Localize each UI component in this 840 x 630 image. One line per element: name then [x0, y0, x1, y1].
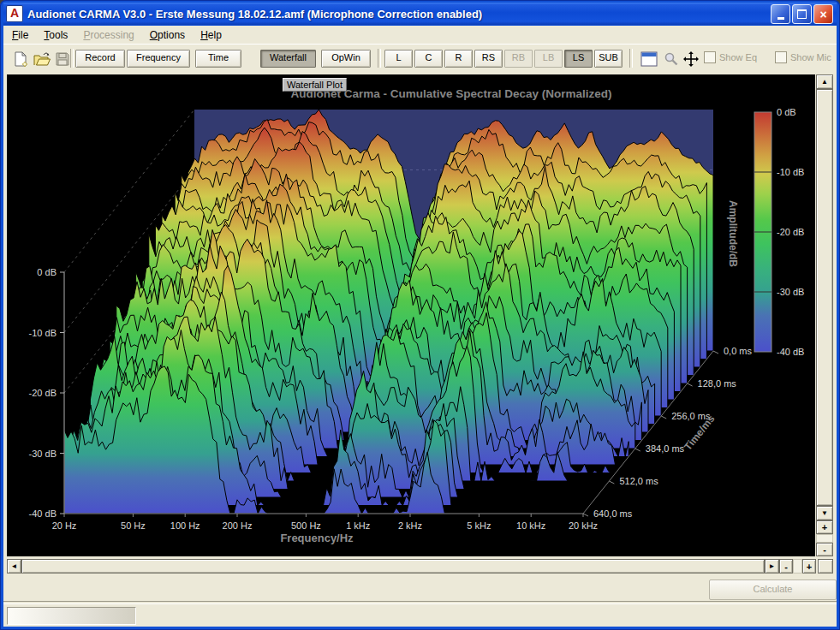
horizontal-scroll-thumb[interactable] — [21, 559, 765, 574]
menu-item-file[interactable]: File — [5, 27, 35, 43]
toolbar: RecordFrequencyTimeWaterfallOpWinLCRRSRB… — [3, 44, 837, 74]
checkbox-box — [704, 51, 716, 63]
time-tick-label: 128,0 ms — [698, 378, 737, 389]
waterfall-chart: 0 dB-10 dB-20 dB-30 dB-40 dB20 Hz50 Hz10… — [7, 74, 815, 556]
amplitude-tick-label: -20 dB — [29, 388, 57, 398]
view-button-record[interactable]: Record — [75, 50, 125, 68]
frequency-tick-label: 100 Hz — [170, 520, 200, 531]
channel-button-ls[interactable]: LS — [564, 50, 593, 68]
channel-button-r[interactable]: R — [444, 50, 473, 68]
checkbox-show-mic: Show Mic — [775, 51, 831, 63]
scroll-up-icon: ▲ — [821, 78, 828, 86]
amplitude-tick-label: -30 dB — [29, 449, 57, 459]
time-tick — [688, 383, 693, 386]
checkbox-box — [775, 51, 787, 63]
status-panel — [7, 607, 136, 625]
scroll-up-button[interactable]: ▲ — [816, 74, 833, 89]
channel-button-rb: RB — [504, 50, 533, 68]
colorbar-tick-label: -20 dB — [777, 227, 804, 237]
minus-icon: - — [823, 544, 826, 555]
plot-tag: Waterfall Plot — [283, 78, 347, 92]
checkbox-label: Show Eq — [719, 52, 757, 62]
title-bar[interactable]: A Audionet CARMA V3.0 - Erste Messung 18… — [3, 3, 837, 25]
channel-button-c[interactable]: C — [414, 50, 443, 68]
channel-button-rs[interactable]: RS — [474, 50, 503, 68]
time-tick-label: 640,0 ms — [593, 508, 633, 519]
amplitude-tick-label: -10 dB — [29, 328, 57, 338]
checkbox-label: Show Mic — [790, 52, 831, 62]
menu-item-tools[interactable]: Tools — [37, 27, 74, 43]
horizontal-scrollbar[interactable]: ◄ ► - + — [7, 559, 816, 574]
scroll-right-button[interactable]: ► — [765, 559, 779, 574]
frequency-tick-label: 20 Hz — [52, 520, 77, 531]
channel-button-lb: LB — [534, 50, 563, 68]
maximize-button[interactable] — [792, 4, 812, 24]
minimize-icon — [777, 17, 784, 20]
zoom-icon — [661, 49, 682, 69]
time-tick-label: 384,0 ms — [646, 443, 685, 454]
time-tick — [661, 416, 666, 419]
frequency-tick-label: 200 Hz — [223, 520, 253, 531]
minus-icon: - — [784, 562, 788, 572]
opwin-window-icon[interactable] — [639, 49, 659, 69]
time-tick — [609, 481, 614, 484]
window-title: Audionet CARMA V3.0 - Erste Messung 18.0… — [27, 8, 482, 21]
time-tick — [713, 351, 718, 354]
view-button-frequency[interactable]: Frequency — [127, 50, 190, 68]
calculate-button: Calculate — [709, 579, 837, 600]
frequency-tick-label: 50 Hz — [121, 520, 146, 531]
app-window: A Audionet CARMA V3.0 - Erste Messung 18… — [0, 0, 840, 630]
view-button-waterfall[interactable]: Waterfall — [260, 50, 316, 68]
view-button-time[interactable]: Time — [195, 50, 241, 68]
frequency-tick-label: 5 kHz — [467, 520, 491, 531]
scroll-left-button[interactable]: ◄ — [7, 559, 21, 574]
menu-bar: FileToolsProcessingOptionsHelp — [3, 26, 837, 44]
vertical-scroll-spacer — [816, 534, 833, 543]
frequency-tick-label: 10 kHz — [516, 520, 545, 531]
zoom-in-horizontal-button[interactable]: + — [802, 559, 816, 574]
frequency-tick-label: 20 kHz — [569, 520, 598, 531]
frequency-tick-label: 2 kHz — [398, 520, 422, 531]
time-tick-label: 512,0 ms — [619, 476, 658, 486]
status-bar — [3, 603, 837, 627]
calculate-panel: Calculate — [3, 575, 837, 601]
maximize-icon — [797, 9, 807, 19]
vertical-scrollbar[interactable]: ▲ ▼ + - — [816, 74, 833, 556]
colorbar-tick-label: -10 dB — [777, 167, 804, 177]
minimize-button[interactable] — [771, 4, 790, 24]
channel-button-l[interactable]: L — [384, 50, 413, 68]
colorbar-tick-label: -30 dB — [777, 287, 804, 297]
new-file-icon[interactable] — [11, 49, 32, 69]
scroll-left-icon: ◄ — [11, 562, 18, 570]
scrollbar-corner — [818, 559, 833, 574]
scroll-down-button[interactable]: ▼ — [816, 506, 833, 520]
channel-button-sub[interactable]: SUB — [594, 50, 623, 68]
frequency-axis-label: Frequency/Hz — [280, 532, 354, 544]
colorbar-tick-label: 0 dB — [777, 107, 796, 117]
scroll-down-icon: ▼ — [821, 509, 828, 517]
zoom-out-horizontal-button[interactable]: - — [779, 559, 793, 574]
horizontal-scroll-spacer — [793, 559, 802, 574]
pan-icon[interactable] — [681, 49, 701, 69]
close-button[interactable]: × — [813, 4, 833, 24]
colorbar-tick-label: -40 dB — [777, 347, 804, 357]
amplitude-tick-label: -40 dB — [29, 508, 57, 519]
amplitude-axis-label: Amplitude/dB — [727, 200, 739, 267]
menu-item-options[interactable]: Options — [143, 27, 192, 43]
plus-icon: + — [807, 562, 812, 572]
zoom-out-vertical-button[interactable]: - — [816, 543, 833, 556]
waterfall-plot-area: 0 dB-10 dB-20 dB-30 dB-40 dB20 Hz50 Hz10… — [7, 74, 815, 556]
toolbar-separator — [70, 49, 74, 68]
checkbox-show-eq: Show Eq — [704, 51, 757, 63]
vertical-scroll-thumb[interactable] — [816, 89, 833, 506]
menu-item-help[interactable]: Help — [194, 27, 229, 43]
view-button-opwin[interactable]: OpWin — [321, 50, 371, 68]
client-area: FileToolsProcessingOptionsHelp RecordFre… — [3, 26, 837, 627]
time-tick — [635, 449, 640, 451]
app-icon: A — [6, 5, 23, 22]
toolbar-separator — [378, 49, 381, 68]
amplitude-tick-label: 0 dB — [37, 267, 57, 277]
zoom-in-vertical-button[interactable]: + — [816, 520, 833, 534]
open-file-icon[interactable] — [32, 49, 52, 69]
menu-item-processing: Processing — [76, 27, 140, 43]
